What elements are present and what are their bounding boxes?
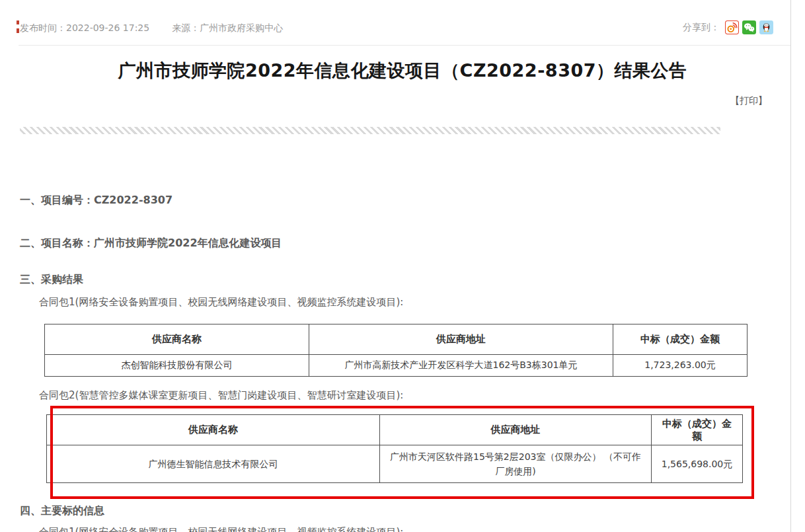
table-row: 广州德生智能信息技术有限公司 广州市天河区软件路15号第2层203室（仅限办公）… [47, 445, 743, 483]
header-supplier-name: 供应商名称 [45, 324, 309, 355]
source-label: 来源： [172, 22, 200, 33]
section-procurement-result: 三、采购结果 [20, 273, 83, 287]
header-supplier-name: 供应商名称 [47, 415, 380, 445]
weibo-icon[interactable] [725, 20, 739, 34]
result-table-package-2: 供应商名称 供应商地址 中标（成交）金额 广州德生智能信息技术有限公司 广州市天… [46, 414, 743, 483]
section-main-subject-info: 四、主要标的信息 [20, 504, 104, 518]
wechat-icon[interactable] [742, 20, 756, 34]
supplier-address-cell: 广州市天河区软件路15号第2层203室（仅限办公） （不可作厂房使用) [380, 445, 652, 483]
header-award-amount: 中标（成交）金额 [652, 415, 743, 445]
header-divider [19, 45, 790, 46]
award-amount-cell: 1,723,263.00元 [613, 355, 748, 377]
qq-icon[interactable] [759, 20, 773, 34]
award-amount-cell: 1,565,698.00元 [652, 445, 743, 483]
table-row: 杰创智能科技股份有限公司 广州市高新技术产业开发区科学大道162号B3栋301单… [45, 355, 748, 377]
section-project-name: 二、项目名称：广州市技师学院2022年信息化建设项目 [20, 237, 282, 250]
source-value: 广州市政府采购中心 [200, 22, 283, 33]
announcement-page: 发布时间：2022-09-26 17:25来源：广州市政府采购中心 分享到： [0, 0, 805, 532]
section-project-number: 一、项目编号：CZ2022-8307 [20, 194, 172, 208]
print-button[interactable]: 【打印】 [730, 95, 767, 107]
contract-package-1-label-partial: 合同包1(网络安全设备购置项目、校园无线网络建设项目、视频监控系统建设项目): [39, 526, 403, 532]
share-label: 分享到： [683, 22, 720, 34]
annotation-mark [17, 20, 19, 24]
result-table-package-1: 供应商名称 供应商地址 中标（成交）金额 杰创智能科技股份有限公司 广州市高新技… [44, 324, 748, 377]
page-title: 广州市技师学院2022年信息化建设项目（CZ2022-8307）结果公告 [0, 59, 805, 83]
contract-package-1-label: 合同包1(网络安全设备购置项目、校园无线网络建设项目、视频监控系统建设项目): [39, 296, 403, 309]
header-award-amount: 中标（成交）金额 [613, 324, 748, 355]
supplier-address-cell: 广州市高新技术产业开发区科学大道162号B3栋301单元 [309, 355, 613, 377]
header-supplier-address: 供应商地址 [380, 415, 652, 445]
hatched-divider [20, 127, 720, 134]
table-header-row: 供应商名称 供应商地址 中标（成交）金额 [47, 415, 743, 445]
supplier-name-cell: 广州德生智能信息技术有限公司 [47, 445, 380, 483]
publish-time-label: 发布时间： [20, 22, 66, 33]
meta-bar: 发布时间：2022-09-26 17:25来源：广州市政府采购中心 [20, 22, 283, 34]
contract-package-2-label: 合同包2(智慧管控多媒体课室更新项目、智慧门岗建设项目、智慧研讨室建设项目): [39, 389, 403, 402]
page-right-border [790, 0, 791, 532]
publish-time-value: 2022-09-26 17:25 [66, 22, 149, 33]
header-supplier-address: 供应商地址 [309, 324, 613, 355]
annotation-mark [17, 28, 19, 33]
supplier-name-cell: 杰创智能科技股份有限公司 [45, 355, 309, 377]
share-bar: 分享到： [683, 20, 773, 34]
table-header-row: 供应商名称 供应商地址 中标（成交）金额 [45, 324, 748, 355]
